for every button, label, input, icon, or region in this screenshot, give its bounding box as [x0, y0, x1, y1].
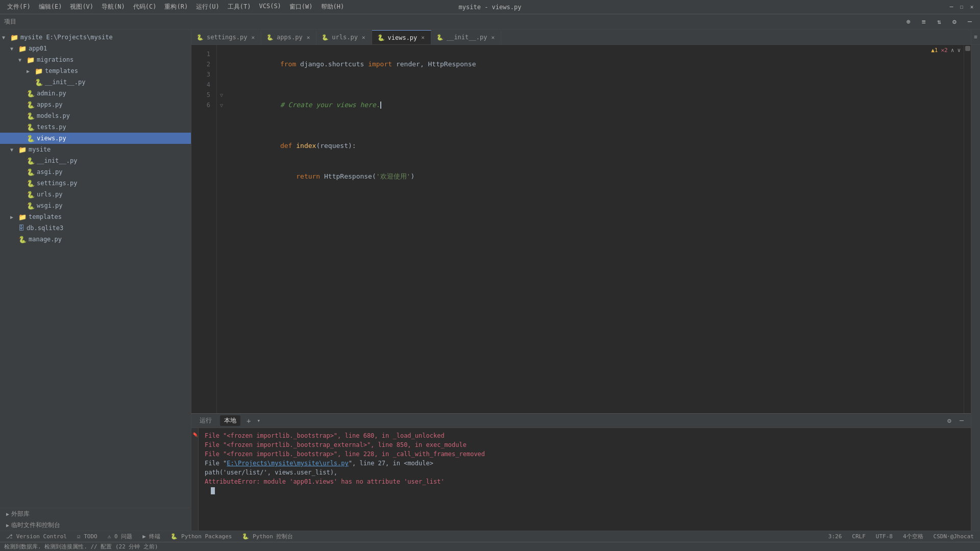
terminal-header-controls: ⚙ ─ — [944, 416, 967, 426]
tab-apps[interactable]: 🐍 apps.py ✕ — [261, 30, 316, 44]
apps-tab-close[interactable]: ✕ — [306, 34, 311, 41]
terminal-line-2: File "<frozen importlib._bootstrap_exter… — [205, 440, 965, 449]
tree-item-templates-root[interactable]: ▶ 📁 templates — [0, 211, 191, 222]
tree-item-urls[interactable]: ▶ 🐍 urls.py — [0, 189, 191, 200]
scroll-up-icon[interactable]: ∧ — [951, 47, 954, 54]
tree-item-wsgi[interactable]: ▶ 🐍 wsgi.py — [0, 200, 191, 211]
code-section: ▲1 ✕2 ∧ ∨ 1 2 3 4 5 6 ▽ ▽ — [191, 45, 971, 413]
menu-vcs[interactable]: VCS(S) — [256, 2, 284, 12]
tree-item-templates-app[interactable]: ▶ 📁 templates — [0, 65, 191, 77]
status-python-packages[interactable]: 🐍 Python Packages — [168, 532, 234, 541]
tree-item-apps[interactable]: ▶ 🐍 apps.py — [0, 99, 191, 110]
scroll-down-icon[interactable]: ∨ — [957, 47, 961, 54]
tab-urls[interactable]: 🐍 urls.py ✕ — [316, 30, 372, 44]
terminal-minimize-btn[interactable]: ─ — [957, 416, 967, 426]
terminal-settings-btn[interactable]: ⚙ — [944, 416, 954, 426]
tree-item-views[interactable]: ▶ 🐍 views.py — [0, 133, 191, 144]
tree-item-admin[interactable]: ▶ 🐍 admin.py — [0, 88, 191, 99]
urls-tab-close[interactable]: ✕ — [361, 34, 366, 41]
menu-tools[interactable]: 工具(T) — [225, 2, 254, 12]
terminal-output[interactable]: File "<frozen importlib._bootstrap>", li… — [199, 428, 971, 531]
terminal-line-6: AttributeError: module 'app01.views' has… — [205, 477, 965, 486]
menu-edit[interactable]: 编辑(E) — [36, 2, 65, 12]
tree-label-templates-app: templates — [45, 67, 78, 74]
tree-item-app01[interactable]: ▼ 📁 app01 — [0, 43, 191, 54]
status-python-console[interactable]: 🐍 Python 控制台 — [240, 532, 295, 541]
tab-bar[interactable]: 🐍 settings.py ✕ 🐍 apps.py ✕ 🐍 urls.py ✕ … — [191, 30, 971, 45]
toolbar-minimize-btn[interactable]: ─ — [964, 16, 976, 28]
code-editor[interactable]: from django.shortcuts import render, Htt… — [226, 45, 964, 413]
scrollbar-right[interactable] — [964, 45, 971, 413]
status-indent[interactable]: 4个空格 — [901, 532, 925, 541]
right-icon-1[interactable]: ≡ — [971, 30, 981, 45]
terminal-add-tab-btn[interactable]: + — [244, 417, 253, 425]
tree-item-mysite-folder[interactable]: ▼ 📁 mysite — [0, 144, 191, 155]
tree-item-migrations[interactable]: ▼ 📁 migrations — [0, 54, 191, 65]
todo-label: TODO — [84, 533, 97, 540]
tree-item-tests[interactable]: ▶ 🐍 tests.py — [0, 121, 191, 133]
status-info[interactable]: CSDN·@Jhocat — [932, 532, 976, 541]
init-tab-close[interactable]: ✕ — [490, 34, 496, 41]
toolbar-sort-btn[interactable]: ⇅ — [933, 16, 945, 28]
tab-views[interactable]: 🐍 views.py ✕ — [372, 30, 431, 44]
minimize-button[interactable]: ─ — [947, 3, 955, 11]
toolbar-list-btn[interactable]: ≡ — [918, 16, 930, 28]
menu-bar[interactable]: 文件(F) 编辑(E) 视图(V) 导航(N) 代码(C) 重构(R) 运行(U… — [4, 2, 347, 12]
terminal-panel: 运行 本地 + ▾ ⚙ ─ 🔖 File "<frozen importlib.… — [191, 413, 971, 531]
tree-item-init-mysite[interactable]: ▶ 🐍 __init__.py — [0, 155, 191, 166]
views-tab-close[interactable]: ✕ — [420, 34, 426, 41]
tree-item-asgi[interactable]: ▶ 🐍 asgi.py — [0, 166, 191, 178]
status-bar-left: ⎇ Version Control ☑ TODO ⚠ 0 问题 ▶ 终端 🐍 P… — [4, 532, 295, 541]
status-encoding[interactable]: UTF-8 — [874, 532, 895, 541]
sidebar-item-scratch[interactable]: ▶ 临时文件和控制台 — [0, 519, 191, 531]
right-side-icons: ≡ — [971, 30, 980, 531]
problems-icon: ⚠ — [108, 533, 111, 540]
tree-item-init-migrations[interactable]: ▶ 🐍 __init__.py — [0, 77, 191, 88]
status-todo[interactable]: ☑ TODO — [75, 532, 100, 541]
menu-file[interactable]: 文件(F) — [4, 2, 34, 12]
toolbar-structure-btn[interactable]: ⊕ — [902, 16, 915, 28]
project-tree[interactable]: ▼ 📁 mysite E:\Projects\mysite ▼ 📁 app01 … — [0, 30, 191, 508]
menu-run[interactable]: 运行(U) — [193, 2, 223, 12]
window-controls[interactable]: ─ ☐ ✕ — [947, 3, 976, 11]
apps-tab-icon: 🐍 — [266, 34, 274, 41]
tree-item-models[interactable]: ▶ 🐍 models.py — [0, 110, 191, 121]
status-version-control[interactable]: ⎇ Version Control — [4, 532, 69, 541]
tree-item-mysite-root[interactable]: ▼ 📁 mysite E:\Projects\mysite — [0, 32, 191, 43]
status-line-ending[interactable]: CRLF — [850, 532, 868, 541]
menu-help[interactable]: 帮助(H) — [318, 2, 348, 12]
tab-settings[interactable]: 🐍 settings.py ✕ — [191, 30, 261, 44]
menu-window[interactable]: 窗口(W) — [286, 2, 316, 12]
terminal-header: 运行 本地 + ▾ ⚙ ─ — [191, 414, 971, 428]
title-bar: 文件(F) 编辑(E) 视图(V) 导航(N) 代码(C) 重构(R) 运行(U… — [0, 0, 980, 14]
terminal-tab-run[interactable]: 运行 — [195, 415, 216, 426]
terminal-cursor — [211, 487, 215, 494]
menu-navigate[interactable]: 导航(N) — [99, 2, 128, 12]
maximize-button[interactable]: ☐ — [958, 3, 966, 11]
tree-item-settings[interactable]: ▶ 🐍 settings.py — [0, 178, 191, 189]
status-bar: ⎇ Version Control ☑ TODO ⚠ 0 问题 ▶ 终端 🐍 P… — [0, 531, 980, 542]
terminal-line-5: path('user/list/', views.user_list), — [205, 468, 965, 477]
terminal-input-line — [205, 486, 965, 495]
tree-item-db[interactable]: ▶ 🗄 db.sqlite3 — [0, 222, 191, 234]
code-content-5: def index(request): — [232, 131, 958, 161]
warning-count: ▲1 — [931, 47, 938, 54]
settings-tab-close[interactable]: ✕ — [250, 34, 256, 41]
status-bar-right: 3:26 CRLF UTF-8 4个空格 CSDN·@Jhocat — [826, 532, 976, 541]
file-link[interactable]: E:\Projects\mysite\mysite\urls.py — [227, 460, 348, 467]
close-button[interactable]: ✕ — [968, 3, 976, 11]
indent-label: 4个空格 — [903, 533, 923, 540]
menu-refactor[interactable]: 重构(R) — [161, 2, 191, 12]
status-cursor-pos[interactable]: 3:26 — [826, 532, 844, 541]
terminal-dropdown-btn[interactable]: ▾ — [257, 417, 260, 424]
menu-code[interactable]: 代码(C) — [130, 2, 160, 12]
terminal-tab-local[interactable]: 本地 — [220, 415, 240, 426]
tab-init[interactable]: 🐍 __init__.py ✕ — [431, 30, 501, 44]
terminal-line-3: File "<frozen importlib._bootstrap>", li… — [205, 449, 965, 459]
menu-view[interactable]: 视图(V) — [67, 2, 96, 12]
status-terminal[interactable]: ▶ 终端 — [140, 532, 162, 541]
toolbar-settings-btn[interactable]: ⚙ — [948, 16, 961, 28]
sidebar-item-external-libs[interactable]: ▶ 外部库 — [0, 508, 191, 519]
status-problems[interactable]: ⚠ 0 问题 — [106, 532, 135, 541]
tree-item-manage[interactable]: ▶ 🐍 manage.py — [0, 234, 191, 245]
